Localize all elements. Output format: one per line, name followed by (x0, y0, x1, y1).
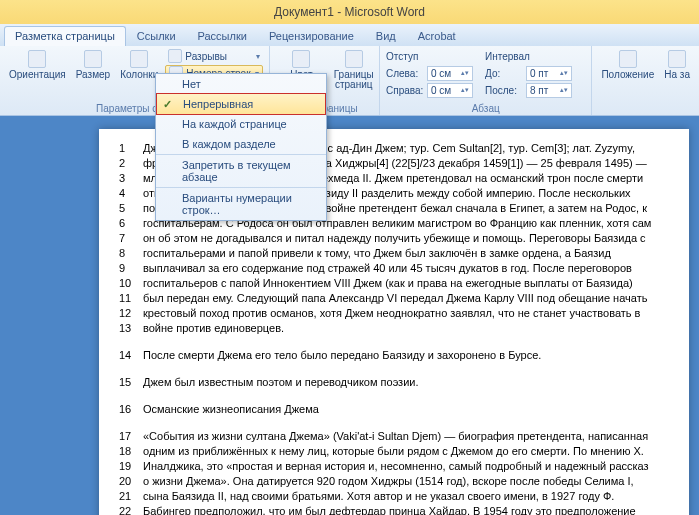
line-text: Джем был известным поэтом и переводчиком… (143, 375, 669, 390)
dd-each-section[interactable]: В каждом разделе (156, 134, 326, 154)
doc-line[interactable]: 12крестовый поход против османов, хотя Д… (119, 306, 669, 321)
orientation-icon (28, 50, 46, 68)
tab-references[interactable]: Ссылки (126, 26, 187, 46)
line-text: сына Баязида II, над своими братьями. Хо… (143, 489, 669, 504)
doc-line[interactable]: 19Иналджика, это «простая и верная истор… (119, 459, 669, 474)
line-number: 6 (119, 216, 143, 231)
line-number: 16 (119, 402, 143, 417)
line-number: 20 (119, 474, 143, 489)
position-icon (619, 50, 637, 68)
doc-line[interactable]: 9выплачивал за его содержание под страже… (119, 261, 669, 276)
line-text: выплачивал за его содержание под стражей… (143, 261, 669, 276)
line-number: 12 (119, 306, 143, 321)
line-text: госпитальерами и папой привели к тому, ч… (143, 246, 669, 261)
doc-line[interactable]: 16Османские жизнеописания Джема (119, 402, 669, 417)
line-text: одним из приближённых к нему лиц, которы… (143, 444, 669, 459)
indent-left-input[interactable]: 0 см▴▾ (427, 66, 473, 81)
doc-line[interactable]: 20о жизни Джема». Она датируется 920 год… (119, 474, 669, 489)
breaks-button[interactable]: Разрывы▾ (165, 48, 263, 64)
columns-icon (130, 50, 148, 68)
size-icon (84, 50, 102, 68)
indent-right-label: Справа: (386, 85, 424, 96)
line-text: Иналджика, это «простая и верная история… (143, 459, 669, 474)
spacing-title: Интервал (485, 48, 572, 64)
indent-left-label: Слева: (386, 68, 424, 79)
line-number: 2 (119, 156, 143, 171)
group-label-paragraph: Абзац (386, 102, 585, 114)
group-arrange: Положение На за (592, 46, 699, 115)
check-icon: ✓ (163, 98, 172, 111)
doc-line[interactable]: 13войне против единоверцев. (119, 321, 669, 336)
line-number: 14 (119, 348, 143, 363)
line-number: 3 (119, 171, 143, 186)
line-number: 8 (119, 246, 143, 261)
indent-title: Отступ (386, 48, 473, 64)
line-text: крестовый поход против османов, хотя Дже… (143, 306, 669, 321)
dd-continuous[interactable]: ✓Непрерывная (156, 93, 326, 115)
line-text: о жизни Джема». Она датируется 920 годом… (143, 474, 669, 489)
line-number: 22 (119, 504, 143, 515)
line-number: 7 (119, 231, 143, 246)
dd-none[interactable]: Нет (156, 74, 326, 94)
line-text: войне против единоверцев. (143, 321, 669, 336)
doc-line[interactable]: 17«События из жизни султана Джема» (Vaki… (119, 429, 669, 444)
tab-page-layout[interactable]: Разметка страницы (4, 26, 126, 46)
doc-line[interactable]: 22Бабингер предположил, что им был дефте… (119, 504, 669, 515)
doc-line[interactable]: 15Джем был известным поэтом и переводчик… (119, 375, 669, 390)
spacing-before-input[interactable]: 0 пт▴▾ (526, 66, 572, 81)
ribbon: Ориентация Размер Колонки Разрывы▾ Номер… (0, 46, 699, 116)
spacing-after-input[interactable]: 8 пт▴▾ (526, 83, 572, 98)
line-text: После смерти Джема его тело было передан… (143, 348, 669, 363)
line-number: 21 (119, 489, 143, 504)
orientation-button[interactable]: Ориентация (6, 48, 69, 82)
tab-view[interactable]: Вид (365, 26, 407, 46)
page-color-icon (292, 50, 310, 68)
line-number: 19 (119, 459, 143, 474)
doc-line[interactable]: 8госпитальерами и папой привели к тому, … (119, 246, 669, 261)
line-number: 10 (119, 276, 143, 291)
line-text: Бабингер предположил, что им был дефтерд… (143, 504, 669, 515)
doc-line[interactable]: 14После смерти Джема его тело было перед… (119, 348, 669, 363)
dd-options[interactable]: Варианты нумерации строк… (156, 187, 326, 220)
line-number: 5 (119, 201, 143, 216)
line-text: Османские жизнеописания Джема (143, 402, 669, 417)
size-button[interactable]: Размер (73, 48, 113, 82)
line-number: 11 (119, 291, 143, 306)
line-number: 18 (119, 444, 143, 459)
page-borders-icon (345, 50, 363, 68)
dd-suppress[interactable]: Запретить в текущем абзаце (156, 154, 326, 187)
doc-line[interactable]: 7он об этом не догадывался и питал надеж… (119, 231, 669, 246)
line-numbers-dropdown: Нет ✓Непрерывная На каждой странице В ка… (155, 73, 327, 221)
line-text: был передан ему. Следующий папа Александ… (143, 291, 669, 306)
doc-line[interactable]: 11был передан ему. Следующий папа Алекса… (119, 291, 669, 306)
position-button[interactable]: Положение (598, 48, 657, 82)
doc-line[interactable]: 10госпитальеров с папой Иннокентием VIII… (119, 276, 669, 291)
line-number: 15 (119, 375, 143, 390)
line-text: «События из жизни султана Джема» (Vaki'a… (143, 429, 669, 444)
ribbon-tabs: Разметка страницы Ссылки Рассылки Реценз… (0, 24, 699, 46)
dd-each-page[interactable]: На каждой странице (156, 114, 326, 134)
wrap-icon (668, 50, 686, 68)
tab-review[interactable]: Рецензирование (258, 26, 365, 46)
title-bar: Документ1 - Microsoft Word (0, 0, 699, 24)
wrap-button[interactable]: На за (661, 48, 693, 82)
doc-line[interactable]: 21сына Баязида II, над своими братьями. … (119, 489, 669, 504)
line-number: 9 (119, 261, 143, 276)
line-number: 4 (119, 186, 143, 201)
page-borders-button[interactable]: Границы страниц (331, 48, 377, 92)
spacing-after-label: После: (485, 85, 523, 96)
line-number: 13 (119, 321, 143, 336)
tab-acrobat[interactable]: Acrobat (407, 26, 467, 46)
tab-mailings[interactable]: Рассылки (187, 26, 258, 46)
group-paragraph: Отступ Слева:0 см▴▾ Справа:0 см▴▾ Интерв… (380, 46, 592, 115)
workspace[interactable]: 1Джем-султан, или Джем, Зизим (Гияс ад-Д… (0, 116, 699, 515)
indent-right-input[interactable]: 0 см▴▾ (427, 83, 473, 98)
line-number: 17 (119, 429, 143, 444)
doc-line[interactable]: 18одним из приближённых к нему лиц, кото… (119, 444, 669, 459)
line-number: 1 (119, 141, 143, 156)
line-text: он об этом не догадывался и питал надежд… (143, 231, 669, 246)
window-title: Документ1 - Microsoft Word (274, 5, 425, 19)
chevron-down-icon: ▾ (256, 52, 260, 61)
line-text: госпитальеров с папой Иннокентием VIII Д… (143, 276, 669, 291)
breaks-icon (168, 49, 182, 63)
